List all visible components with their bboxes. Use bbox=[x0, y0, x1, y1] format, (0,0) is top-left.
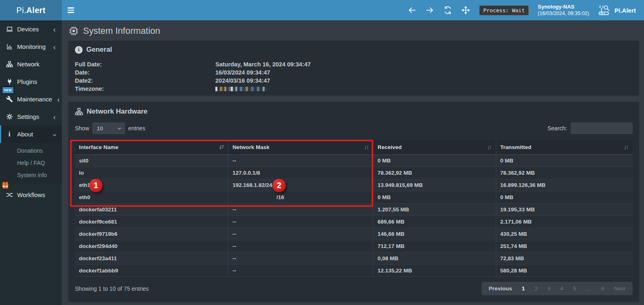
device-timestamp: (16/03/2024, 09:35:02) bbox=[538, 10, 589, 17]
microchip-icon bbox=[68, 26, 79, 36]
submenu-item-system-info[interactable]: System info bbox=[0, 169, 62, 181]
sort-both-icon bbox=[364, 144, 370, 150]
sidebar-item-label: Plugins bbox=[17, 78, 57, 85]
table-row: eth1 192.168.1.82/24 13.949.815,69 MB 16… bbox=[75, 179, 633, 191]
general-field-date: Date: 16/03/2024 09:34:47 bbox=[75, 68, 633, 77]
pagination-page-1[interactable]: 1 bbox=[517, 284, 530, 293]
table-row: dockerf294d40 -- 712,17 MB 251,74 MB bbox=[75, 240, 633, 252]
app-logo[interactable]: Pi.Alert bbox=[0, 0, 62, 20]
table-row: dockerf9719b6 -- 146,66 MB 430,25 MB bbox=[75, 228, 633, 240]
device-status-block: Synology-NAS (16/03/2024, 09:35:02) bbox=[538, 4, 589, 17]
sidebar-item-label: Devices bbox=[17, 26, 48, 33]
table-row: lo 127.0.0.1/8 78.362,92 MB 78.362,92 MB bbox=[75, 167, 633, 179]
app-logo-pre: Pi. bbox=[16, 6, 26, 15]
table-row: dockerf23a411 -- 0,08 MB 72,83 MB bbox=[75, 252, 633, 265]
column-header-network-mask[interactable]: Network Mask bbox=[228, 140, 373, 155]
info-circle-icon: i bbox=[75, 46, 83, 54]
pagination-page-2[interactable]: 2 bbox=[530, 284, 543, 293]
network-hardware-panel: Network Hardware Show 10 entries Search: bbox=[68, 102, 639, 302]
redacted-network-mask bbox=[232, 194, 276, 200]
sort-both-icon bbox=[623, 144, 629, 150]
app-logo-bold: Alert bbox=[26, 6, 46, 15]
sitemap-icon bbox=[75, 108, 83, 116]
pagination-page-3[interactable]: 3 bbox=[543, 284, 556, 293]
showing-entries-info: Showing 1 to 10 of 75 entries bbox=[75, 285, 149, 292]
chart-icon bbox=[6, 43, 13, 50]
page-title: System Information bbox=[62, 20, 644, 41]
entries-select[interactable]: 10 bbox=[92, 123, 125, 134]
info-icon: i bbox=[6, 131, 13, 138]
safety-vest-icon bbox=[1, 181, 9, 189]
general-panel: i General Full Date: Saturday, March 16,… bbox=[68, 41, 639, 95]
search-label: Search: bbox=[548, 125, 567, 132]
sidebar-item-label: Workflows bbox=[17, 191, 57, 198]
general-field-full-date: Full Date: Saturday, March 16, 2024 09:3… bbox=[75, 60, 633, 68]
table-header-row: Interface Name Network Mask bbox=[75, 140, 633, 155]
pagination-previous[interactable]: Previous bbox=[484, 284, 517, 293]
pagination-ellipsis: … bbox=[581, 284, 596, 293]
chevron-left-icon bbox=[56, 97, 61, 102]
sidebar-item-about[interactable]: i About bbox=[0, 125, 62, 143]
general-field-timezone: Timezone: bbox=[75, 85, 633, 93]
submenu-item-help-faq[interactable]: Help / FAQ bbox=[0, 157, 62, 169]
chevron-left-icon bbox=[52, 114, 57, 119]
chevron-left-icon bbox=[52, 27, 57, 32]
table-row: sit0 -- 0 MB 0 MB bbox=[75, 155, 633, 167]
table-row: dockerfa03211 -- 1.207,55 MB 19.195,33 M… bbox=[75, 204, 633, 216]
submenu-item-donations[interactable]: Donations bbox=[0, 145, 62, 157]
back-arrow-icon[interactable] bbox=[407, 6, 416, 15]
column-header-received[interactable]: Received bbox=[373, 140, 496, 155]
redacted-timezone-value bbox=[215, 87, 267, 91]
pagination: Previous 1 2 3 4 5 … 8 Next bbox=[482, 282, 633, 295]
gear-icon bbox=[6, 113, 13, 121]
process-status-badge[interactable]: Process: Wait bbox=[479, 5, 529, 15]
sidebar-toggle-icon[interactable] bbox=[68, 3, 81, 17]
sidebar-item-label: Network bbox=[17, 61, 57, 68]
pagination-next[interactable]: Next bbox=[609, 284, 630, 293]
move-arrows-icon[interactable] bbox=[461, 6, 470, 15]
sidebar-item-network[interactable]: Network bbox=[0, 55, 62, 73]
sidebar-item-label: Maintenance bbox=[17, 96, 52, 103]
sidebar-item-devices[interactable]: Devices bbox=[0, 20, 62, 38]
main-content: System Information i General Full Date: … bbox=[62, 20, 644, 305]
laptop-icon bbox=[6, 26, 13, 33]
forward-arrow-icon[interactable] bbox=[425, 6, 434, 15]
sidebar-item-settings[interactable]: Settings bbox=[0, 108, 62, 125]
brand-right-label: Pi.Alert bbox=[614, 7, 636, 14]
search-input[interactable] bbox=[571, 123, 633, 134]
top-navbar: Pi.Alert Proc bbox=[0, 0, 644, 20]
network-hardware-header: Network Hardware bbox=[75, 108, 633, 116]
sidebar-item-label: Monitoring bbox=[17, 43, 48, 50]
shuffle-icon bbox=[6, 191, 13, 199]
chevron-down-icon bbox=[52, 132, 57, 137]
entries-label: entries bbox=[128, 125, 145, 132]
table-row: dockerf1abbb9 -- 12.135,22 MB 580,28 MB bbox=[75, 265, 633, 277]
brand-right: Pi.Alert bbox=[598, 4, 638, 16]
sidebar-item-workflows[interactable]: Workflows bbox=[0, 186, 62, 204]
column-header-interface-name[interactable]: Interface Name bbox=[75, 140, 228, 155]
table-row: dockerf9ce681 -- 689,66 MB 2.171,06 MB bbox=[75, 216, 633, 228]
sitemap-icon bbox=[6, 61, 13, 68]
sidebar: Devices Monitoring Network Plugins NEW M… bbox=[0, 20, 62, 305]
general-field-date2: Date2: 2024/03/16 09:34:47 bbox=[75, 77, 633, 85]
about-submenu: Donations Help / FAQ System info bbox=[0, 143, 62, 184]
general-panel-title: General bbox=[86, 46, 112, 54]
chevron-left-icon bbox=[52, 44, 57, 49]
new-badge: NEW bbox=[2, 86, 14, 94]
plug-icon bbox=[6, 78, 13, 86]
refresh-icon[interactable] bbox=[443, 6, 452, 15]
column-header-transmitted[interactable]: Transmitted bbox=[496, 140, 633, 155]
show-label: Show bbox=[75, 125, 89, 132]
pagination-page-5[interactable]: 5 bbox=[568, 284, 581, 293]
sidebar-item-maintenance[interactable]: NEW Maintenance bbox=[0, 90, 62, 108]
pagination-page-8[interactable]: 8 bbox=[596, 284, 609, 293]
page-title-text: System Information bbox=[83, 26, 160, 36]
sort-desc-icon bbox=[219, 144, 225, 150]
router-scan-icon bbox=[598, 4, 611, 16]
pagination-page-4[interactable]: 4 bbox=[555, 284, 568, 293]
sort-both-icon bbox=[486, 144, 493, 150]
sidebar-item-monitoring[interactable]: Monitoring bbox=[0, 38, 62, 55]
sidebar-item-label: Settings bbox=[17, 113, 48, 120]
wrench-icon bbox=[6, 96, 13, 103]
device-name: Synology-NAS bbox=[538, 4, 589, 10]
